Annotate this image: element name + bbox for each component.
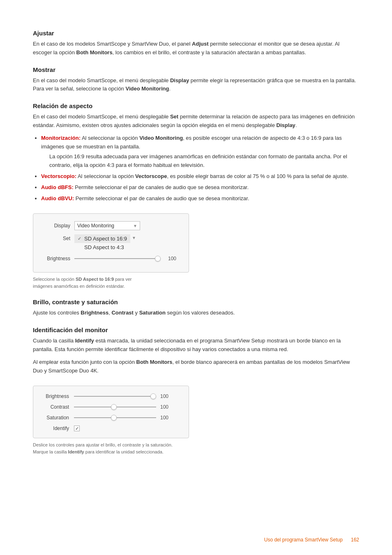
- page-footer: Uso del programa SmartView Setup 162: [264, 537, 359, 543]
- para-identificacion-0: Cuando la casilla Identify está marcada,…: [33, 337, 359, 354]
- set-option-16-9-label: SD Aspect to 16:9: [84, 236, 127, 242]
- bullet-label-dbvu: Audio dBVU:: [41, 195, 74, 201]
- para-mostrar-0: En el caso del modelo SmartScope, el men…: [33, 76, 359, 94]
- bullet-label-dbfs: Audio dBFS:: [41, 184, 74, 190]
- page-number: 162: [351, 537, 359, 543]
- brightness-row-2: Brightness 100: [43, 393, 179, 399]
- ui-mockup-2: Brightness 100 Contrast 100 Saturation 1…: [33, 386, 189, 438]
- para-brillo-0: Ajuste los controles Brightness, Contras…: [33, 309, 359, 317]
- brightness-thumb-2[interactable]: [150, 393, 156, 399]
- saturation-thumb-2[interactable]: [111, 415, 117, 421]
- display-row: Display Video Monitoring ▼: [42, 221, 180, 230]
- bullet-audio-dbvu: Audio dBVU: Permite seleccionar el par d…: [41, 194, 359, 203]
- display-label: Display: [42, 223, 74, 229]
- bullet-sub-monitorizacion: La opción 16:9 resulta adecuada para ver…: [49, 153, 359, 170]
- set-option-4-3[interactable]: SD Aspect to 4:3: [74, 243, 130, 252]
- bullet-monitorizacion: Monitorización: Al seleccionar la opción…: [41, 134, 359, 170]
- heading-mostrar: Mostrar: [33, 66, 359, 73]
- bullet-text-vectorscopio: Al seleccionar la opción Vectorscope, es…: [78, 173, 348, 179]
- bullet-text-dbvu: Permite seleccionar el par de canales de…: [76, 195, 249, 201]
- brightness-val-2: 100: [160, 393, 168, 399]
- contrast-thumb-2[interactable]: [111, 404, 117, 410]
- brightness-slider-thumb[interactable]: [155, 256, 161, 261]
- caption-identificacion: Deslice los controles para ajustar el br…: [33, 442, 359, 455]
- set-option-4-3-label: SD Aspect to 4:3: [84, 244, 124, 250]
- heading-ajustar: Ajustar: [33, 30, 359, 37]
- brightness-slider-track[interactable]: [74, 258, 161, 259]
- saturation-row-2: Saturation 100: [43, 415, 179, 421]
- bullet-text-dbfs: Permite seleccionar el par de canales de…: [75, 184, 249, 190]
- heading-identificacion: Identificación del monitor: [33, 326, 359, 333]
- brightness-track-2[interactable]: [74, 396, 156, 397]
- display-selected-value: Video Monitoring: [77, 223, 114, 229]
- bullet-vectorscopio: Vectorscopio: Al seleccionar la opción V…: [41, 172, 359, 181]
- bullet-label-monitorizacion: Monitorización:: [41, 135, 81, 141]
- para-ajustar-0: En el caso de los modelos SmartScope y S…: [33, 40, 359, 57]
- set-label: Set: [42, 234, 74, 241]
- heading-brillo: Brillo, contraste y saturación: [33, 298, 359, 305]
- saturation-label-2: Saturation: [43, 415, 74, 421]
- contrast-label-2: Contrast: [43, 404, 74, 410]
- heading-relacion: Relación de aspecto: [33, 102, 359, 109]
- brightness-row: Brightness 100: [42, 256, 180, 261]
- ui-mockup-1: Display Video Monitoring ▼ Set ✓ SD Aspe…: [33, 213, 189, 273]
- para-identificacion-1: Al emplear esta función junto con la opc…: [33, 358, 359, 375]
- set-dropdown[interactable]: ✓ SD Aspect to 16:9 SD Aspect to 4:3: [74, 234, 130, 252]
- saturation-track-2[interactable]: [74, 417, 156, 418]
- display-select[interactable]: Video Monitoring ▼: [74, 221, 140, 230]
- identify-label: Identify: [43, 426, 74, 431]
- set-row: Set ✓ SD Aspect to 16:9 SD Aspect to 4:3…: [42, 234, 180, 252]
- para-relacion-0: En el caso del modelo SmartScope, el men…: [33, 113, 359, 130]
- bullets-relacion: Monitorización: Al seleccionar la opción…: [41, 134, 359, 203]
- contrast-track-2[interactable]: [74, 407, 156, 407]
- identify-checkbox[interactable]: ✓: [74, 426, 80, 431]
- page-content: Ajustar En el caso de los modelos SmartS…: [0, 0, 392, 486]
- caption-line2: Marque la casilla Identify para identifi…: [33, 449, 164, 454]
- identify-check-icon: ✓: [75, 426, 79, 431]
- bullet-audio-dbfs: Audio dBFS: Permite seleccionar el par d…: [41, 183, 359, 192]
- brightness-label: Brightness: [42, 256, 74, 261]
- bullet-text-monitorizacion: Al seleccionar la opción Video Monitorin…: [41, 135, 342, 150]
- checkmark-icon: ✓: [78, 236, 83, 241]
- caption-relacion: Seleccione la opción SD Aspect to 16:9 p…: [33, 276, 359, 289]
- brightness-label-2: Brightness: [43, 393, 74, 399]
- display-arrow-icon: ▼: [133, 224, 137, 228]
- bullet-label-vectorscopio: Vectorscopio:: [41, 173, 76, 179]
- identify-row: Identify ✓: [43, 426, 179, 431]
- set-arrow-icon: ▼: [132, 236, 136, 240]
- footer-label: Uso del programa SmartView Setup: [264, 537, 343, 543]
- contrast-row-2: Contrast 100: [43, 404, 179, 410]
- contrast-val-2: 100: [160, 404, 168, 410]
- saturation-val-2: 100: [160, 415, 168, 421]
- set-option-16-9[interactable]: ✓ SD Aspect to 16:9: [74, 234, 130, 243]
- brightness-slider-container: 100: [74, 256, 176, 261]
- caption-line1: Deslice los controles para ajustar el br…: [33, 442, 173, 447]
- brightness-value: 100: [168, 256, 176, 261]
